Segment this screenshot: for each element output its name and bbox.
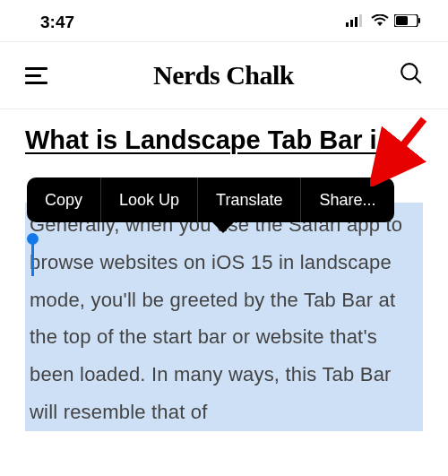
copy-button[interactable]: Copy xyxy=(27,177,101,222)
selection-caret[interactable] xyxy=(31,240,34,276)
article-title: What is Landscape Tab Bar i xyxy=(25,125,423,155)
menu-tail-icon xyxy=(212,222,234,233)
translate-button[interactable]: Translate xyxy=(198,177,301,222)
status-time: 3:47 xyxy=(40,13,74,32)
svg-rect-2 xyxy=(355,17,358,27)
search-button[interactable] xyxy=(400,62,423,89)
text-selection-menu: Copy Look Up Translate Share... xyxy=(27,177,394,222)
svg-point-7 xyxy=(401,64,417,79)
lookup-button[interactable]: Look Up xyxy=(101,177,198,222)
status-bar: 3:47 xyxy=(0,0,448,41)
svg-rect-3 xyxy=(359,14,362,27)
battery-icon xyxy=(394,14,421,30)
cellular-icon xyxy=(346,14,366,30)
svg-rect-6 xyxy=(418,18,420,23)
annotation-arrow-icon xyxy=(370,115,437,190)
site-title[interactable]: Nerds Chalk xyxy=(153,60,294,91)
svg-rect-0 xyxy=(346,22,349,27)
menu-button[interactable] xyxy=(25,67,47,84)
svg-line-10 xyxy=(377,119,424,177)
svg-line-8 xyxy=(415,77,421,83)
site-header: Nerds Chalk xyxy=(0,41,448,109)
svg-rect-5 xyxy=(396,16,408,25)
status-icons xyxy=(346,14,421,30)
svg-rect-1 xyxy=(350,20,353,27)
wifi-icon xyxy=(371,14,389,30)
article-body[interactable]: Generally, when you use the Safari app t… xyxy=(25,203,423,431)
